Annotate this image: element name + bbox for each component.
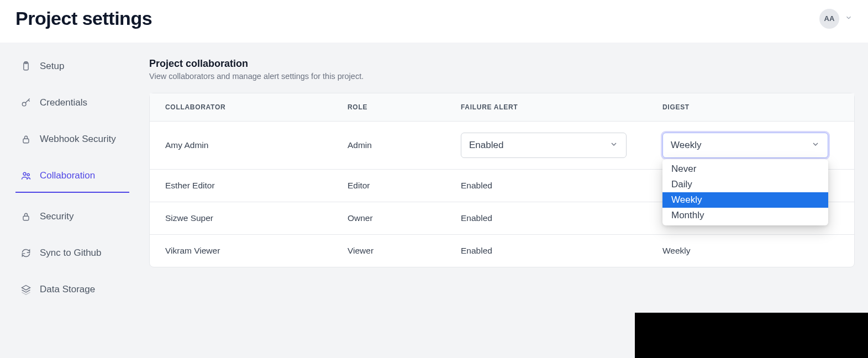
column-header-digest: DIGEST — [647, 93, 854, 122]
clipboard-icon — [20, 60, 32, 72]
users-icon — [20, 170, 32, 182]
sidebar-item-label: Security — [40, 211, 73, 222]
column-header-failure-alert: FAILURE ALERT — [445, 93, 647, 122]
collaborator-name: Amy Admin — [150, 122, 332, 170]
key-icon — [20, 97, 32, 109]
chevron-down-icon — [845, 14, 853, 24]
svg-marker-7 — [22, 286, 30, 290]
collaborator-name: Esther Editor — [150, 170, 332, 202]
column-header-role: ROLE — [332, 93, 445, 122]
column-header-collaborator: COLLABORATOR — [150, 93, 332, 122]
section-description: View collaborators and manage alert sett… — [149, 72, 855, 81]
chevron-down-icon — [811, 140, 820, 151]
chevron-down-icon — [609, 140, 618, 151]
sidebar-item-data-storage[interactable]: Data Storage — [15, 278, 129, 302]
digest-value: Weekly — [647, 235, 854, 267]
digest-option-weekly[interactable]: Weekly — [662, 192, 828, 208]
sidebar: Setup Credentials Webhook Security Colla… — [0, 43, 136, 358]
page-title: Project settings — [15, 8, 152, 29]
collaborator-role: Admin — [332, 122, 445, 170]
failure-alert-value: Enabled — [445, 202, 647, 235]
digest-select[interactable]: Weekly Never Daily Weekly Monthly — [662, 133, 828, 158]
digest-option-daily[interactable]: Daily — [662, 177, 828, 192]
svg-point-2 — [22, 102, 26, 106]
digest-option-monthly[interactable]: Monthly — [662, 208, 828, 223]
svg-rect-3 — [23, 139, 29, 143]
collaborator-role: Editor — [332, 170, 445, 202]
failure-alert-value: Enabled — [445, 170, 647, 202]
table-row: Amy Admin Admin Enabled — [150, 122, 854, 170]
svg-point-5 — [27, 173, 29, 176]
table-row: Vikram Viewer Viewer Enabled Weekly — [150, 235, 854, 267]
sidebar-item-setup[interactable]: Setup — [15, 55, 129, 79]
select-value: Weekly — [671, 140, 701, 151]
sidebar-item-sync-github[interactable]: Sync to Github — [15, 241, 129, 266]
sidebar-item-label: Webhook Security — [40, 134, 116, 145]
sidebar-item-collaboration[interactable]: Collaboration — [15, 164, 129, 193]
collaborators-table: COLLABORATOR ROLE FAILURE ALERT DIGEST A… — [150, 93, 854, 267]
select-value: Enabled — [469, 140, 503, 151]
failure-alert-value: Enabled — [445, 235, 647, 267]
digest-dropdown: Never Daily Weekly Monthly — [662, 159, 828, 225]
layers-icon — [20, 283, 32, 296]
sidebar-item-webhook-security[interactable]: Webhook Security — [15, 128, 129, 152]
collaborator-name: Sizwe Super — [150, 202, 332, 235]
collaborator-role: Viewer — [332, 235, 445, 267]
sidebar-item-security[interactable]: Security — [15, 205, 129, 229]
sidebar-item-label: Credentials — [40, 97, 87, 108]
collaborator-name: Vikram Viewer — [150, 235, 332, 267]
lock-icon — [20, 210, 32, 223]
black-overlay — [635, 313, 868, 358]
failure-alert-select[interactable]: Enabled — [461, 133, 627, 158]
svg-point-4 — [23, 172, 26, 175]
sidebar-item-label: Data Storage — [40, 284, 95, 295]
sync-icon — [20, 247, 32, 259]
svg-rect-6 — [23, 216, 29, 220]
collaborators-table-card: COLLABORATOR ROLE FAILURE ALERT DIGEST A… — [149, 93, 855, 267]
collaborator-role: Owner — [332, 202, 445, 235]
user-menu[interactable]: AA — [819, 9, 853, 29]
lock-icon — [20, 133, 32, 145]
main-content: Project collaboration View collaborators… — [136, 43, 868, 358]
sidebar-item-label: Sync to Github — [40, 248, 102, 259]
sidebar-item-label: Setup — [40, 61, 64, 72]
sidebar-item-label: Collaboration — [40, 170, 95, 181]
avatar: AA — [819, 9, 839, 29]
section-title: Project collaboration — [149, 58, 855, 70]
digest-option-never[interactable]: Never — [662, 161, 828, 177]
sidebar-item-credentials[interactable]: Credentials — [15, 91, 129, 115]
